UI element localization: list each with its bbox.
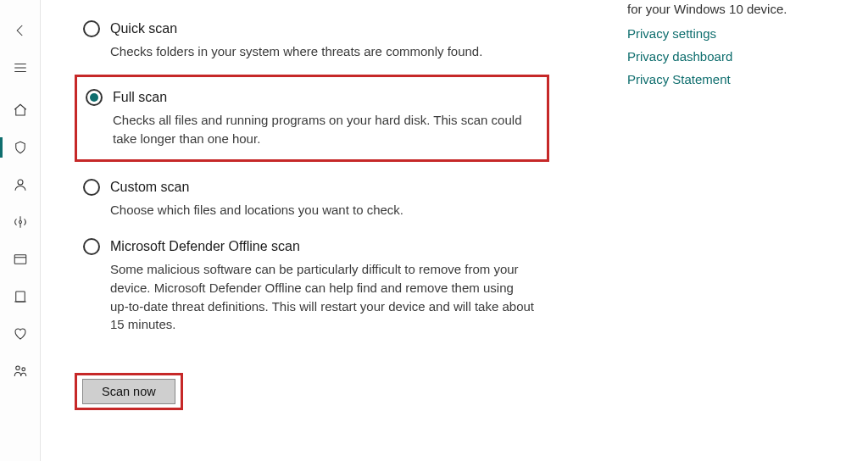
network-icon[interactable] [0, 203, 41, 241]
option-label: Quick scan [110, 21, 177, 36]
link-privacy-settings[interactable]: Privacy settings [627, 26, 848, 41]
right-panel: for your Windows 10 device. Privacy sett… [627, 0, 848, 95]
radio-quick-scan[interactable] [83, 20, 100, 37]
family-icon[interactable] [0, 353, 41, 390]
scan-now-button[interactable]: Scan now [82, 379, 175, 404]
scan-now-highlight: Scan now [75, 373, 183, 410]
radio-full-scan[interactable] [86, 89, 103, 106]
svg-rect-3 [15, 292, 25, 302]
home-icon[interactable] [0, 92, 41, 129]
right-panel-text: for your Windows 10 device. [627, 0, 848, 18]
sidebar [0, 0, 41, 461]
device-icon[interactable] [0, 278, 41, 315]
option-desc: Checks all files and running programs on… [113, 111, 537, 148]
option-desc: Choose which files and locations you wan… [110, 201, 534, 219]
option-label: Microsoft Defender Offline scan [110, 239, 300, 254]
option-label: Full scan [113, 90, 167, 105]
option-custom-scan[interactable]: Custom scan Choose which files and locat… [75, 174, 549, 225]
option-quick-scan[interactable]: Quick scan Checks folders in your system… [75, 15, 549, 66]
svg-rect-2 [14, 255, 26, 264]
link-privacy-statement[interactable]: Privacy Statement [627, 72, 848, 86]
svg-point-0 [18, 180, 23, 185]
heart-icon[interactable] [0, 315, 41, 353]
radio-offline-scan[interactable] [83, 238, 100, 255]
account-icon[interactable] [0, 166, 41, 203]
option-desc: Some malicious software can be particula… [110, 260, 534, 334]
scan-options: Quick scan Checks folders in your system… [75, 15, 549, 410]
option-desc: Checks folders in your system where thre… [110, 42, 534, 61]
svg-point-1 [19, 221, 21, 224]
option-offline-scan[interactable]: Microsoft Defender Offline scan Some mal… [75, 233, 549, 339]
option-full-scan[interactable]: Full scan Checks all files and running p… [75, 75, 549, 163]
svg-point-5 [21, 368, 25, 371]
link-privacy-dashboard[interactable]: Privacy dashboard [627, 49, 848, 64]
back-icon[interactable] [0, 12, 41, 49]
menu-icon[interactable] [0, 49, 41, 86]
option-label: Custom scan [110, 180, 189, 195]
svg-point-4 [15, 366, 19, 370]
app-browser-icon[interactable] [0, 241, 41, 278]
shield-icon[interactable] [0, 129, 41, 166]
radio-custom-scan[interactable] [83, 179, 100, 196]
